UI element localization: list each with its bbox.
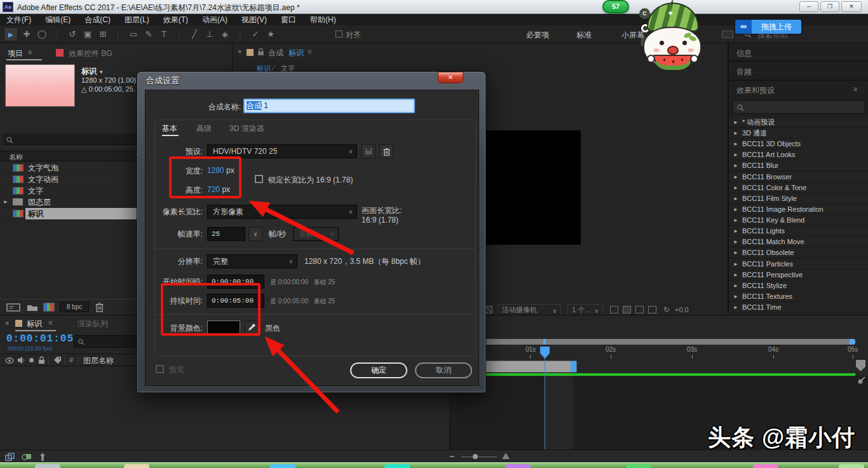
time-navigator-bar[interactable] [483, 339, 855, 345]
expander-icon[interactable]: ► [733, 226, 738, 237]
expander-icon[interactable]: ► [733, 237, 738, 247]
effects-group-row[interactable]: ►BCC11 Time [729, 302, 868, 313]
project-item-row[interactable]: 文字动画 [0, 174, 141, 185]
index-column[interactable]: # [69, 356, 73, 364]
expander-icon[interactable]: ► [733, 215, 738, 226]
effects-group-row[interactable]: ►BCC11 Image Restoration [729, 204, 868, 215]
duration-input[interactable]: 0:00:05:00 [207, 294, 264, 308]
minimize-button[interactable]: ─ [799, 1, 818, 12]
effects-group-row[interactable]: ►* 动画预设 [729, 117, 868, 128]
menu-help[interactable]: 帮助(H) [310, 15, 336, 25]
name-column-header[interactable]: 名称 [0, 151, 142, 162]
effects-group-row[interactable]: ►BCC11 Textures [729, 291, 868, 302]
effects-search-input[interactable] [733, 100, 865, 114]
expander-icon[interactable]: ► [733, 193, 738, 204]
panel-menu-icon[interactable]: ≡ [28, 48, 32, 56]
puppet-tool-icon[interactable]: ★ [264, 27, 277, 41]
workspace-essentials[interactable]: 必要项 [526, 30, 549, 41]
composition-canvas[interactable] [483, 130, 581, 245]
preset-dropdown[interactable]: HDV/HDTV 720 25∨ [207, 144, 357, 158]
menu-layer[interactable]: 图层(L) [125, 15, 149, 25]
camera-tool-icon[interactable]: ▣ [81, 27, 94, 41]
frame-blend-icon[interactable] [22, 453, 32, 461]
menu-edit[interactable]: 编辑(E) [45, 15, 71, 25]
panel-menu-icon[interactable]: ≡ [853, 85, 857, 93]
expand-layers-icon[interactable] [5, 453, 15, 461]
expander-icon[interactable]: ► [733, 117, 738, 128]
playhead-marker[interactable] [540, 347, 550, 359]
tab-composition-name[interactable]: 标识 [288, 48, 304, 59]
resolution-dropdown[interactable]: 完整∨ [207, 254, 297, 268]
interpret-footage-icon[interactable] [6, 303, 20, 312]
lock-icon[interactable] [38, 356, 45, 364]
effects-group-row[interactable]: ►BCC11 3D Objects [729, 139, 868, 149]
expander-icon[interactable]: ► [733, 204, 738, 215]
start-timecode-input[interactable]: 0:00:00:00 [207, 275, 264, 289]
effects-group-row[interactable]: ►BCC11 Match Move [729, 237, 868, 247]
expander-icon[interactable]: ► [733, 149, 738, 160]
close-window-button[interactable]: ✕ [841, 1, 862, 12]
menu-composition[interactable]: 合成(C) [85, 15, 111, 25]
menu-effect[interactable]: 效果(T) [163, 15, 188, 25]
width-value[interactable]: 1280 [207, 166, 224, 175]
comp-name-input[interactable]: 合成 1 [243, 99, 415, 113]
timeline-search-input[interactable] [74, 335, 142, 348]
effects-group-row[interactable]: ►3D 通道 [729, 128, 868, 139]
edit-hand-icon[interactable] [857, 376, 865, 385]
panel-menu-icon[interactable]: ≡ [48, 319, 52, 326]
effects-group-row[interactable]: ►BCC11 Obsolete [729, 247, 868, 258]
label-tag-icon[interactable] [53, 356, 62, 364]
frame-rate-dropdown-button[interactable]: ∨ [248, 227, 262, 241]
zoom-in-mountain-icon[interactable] [502, 453, 510, 459]
bpc-selector[interactable]: 8 bpc [60, 302, 89, 312]
drag-upload-button[interactable]: ∞ 拖拽上传 [735, 20, 801, 34]
effects-group-row[interactable]: ►BCC11 Color & Tone [729, 182, 868, 193]
tab-basic[interactable]: 基本 [162, 123, 177, 134]
exposure-reset-icon[interactable]: ↻ [663, 305, 670, 314]
zoom-out-icon[interactable] [450, 456, 454, 457]
effects-group-row[interactable]: ►BCC11 Blur [729, 160, 868, 171]
expander-icon[interactable]: ► [733, 172, 738, 182]
lock-icon[interactable] [257, 48, 264, 56]
pixel-aspect-dropdown[interactable]: 方形像素∨ [207, 205, 357, 219]
current-timecode[interactable]: 0:00:01:05 [6, 333, 74, 345]
expander-icon[interactable]: ► [733, 259, 738, 270]
timeline-tab-name[interactable]: 标识 [27, 319, 42, 329]
delete-preset-button[interactable] [379, 144, 393, 158]
project-folder-row[interactable]: ► 固态层 [0, 196, 141, 208]
time-navigator-end-handle[interactable] [850, 339, 855, 345]
tab-3d-renderer[interactable]: 3D 渲染器 [229, 123, 264, 134]
preview-checkbox[interactable] [156, 365, 164, 373]
tab-advanced[interactable]: 高级 [196, 123, 212, 134]
project-item-row[interactable]: 文字 [0, 185, 141, 196]
solo-icon[interactable] [29, 358, 34, 362]
flowchart-icon[interactable] [648, 306, 656, 313]
hand-tool-icon[interactable]: ✚ [20, 27, 33, 41]
timeline-button-icon[interactable] [635, 306, 644, 313]
effects-group-row[interactable]: ►BCC11 Particles [729, 259, 868, 270]
zoom-slider-track[interactable] [461, 457, 497, 457]
expander-icon[interactable]: ► [733, 270, 738, 280]
height-value[interactable]: 720 [207, 185, 220, 194]
tab-info[interactable]: 信息 [736, 48, 752, 59]
menu-view[interactable]: 视图(V) [241, 15, 267, 25]
type-tool-icon[interactable]: T [158, 27, 170, 41]
restore-button[interactable]: ❐ [820, 1, 839, 12]
effects-group-row[interactable]: ►BCC11 Film Style [729, 193, 868, 204]
effects-group-row[interactable]: ►BCC11 Stylize [729, 280, 868, 291]
comp-marker-button[interactable] [856, 360, 865, 371]
effects-group-row[interactable]: ►BCC11 Lights [729, 226, 868, 237]
save-preset-button[interactable] [362, 144, 376, 158]
fast-preview-icon[interactable] [623, 306, 631, 313]
roto-brush-tool-icon[interactable]: ✓ [249, 27, 262, 41]
audio-icon[interactable] [17, 356, 25, 364]
zoom-tool-icon[interactable]: ◯ [36, 27, 48, 41]
expander-icon[interactable]: ► [733, 291, 738, 302]
effects-group-row[interactable]: ►BCC11 Browser [729, 172, 868, 182]
pixel-aspect-correction-icon[interactable] [610, 306, 618, 313]
cancel-button[interactable]: 取消 [415, 362, 472, 378]
layer-out-handle[interactable] [571, 361, 576, 372]
brush-tool-icon[interactable]: ╱ [188, 27, 201, 41]
expander-icon[interactable]: ► [733, 160, 738, 171]
pen-tool-icon[interactable]: ✎ [142, 27, 155, 41]
